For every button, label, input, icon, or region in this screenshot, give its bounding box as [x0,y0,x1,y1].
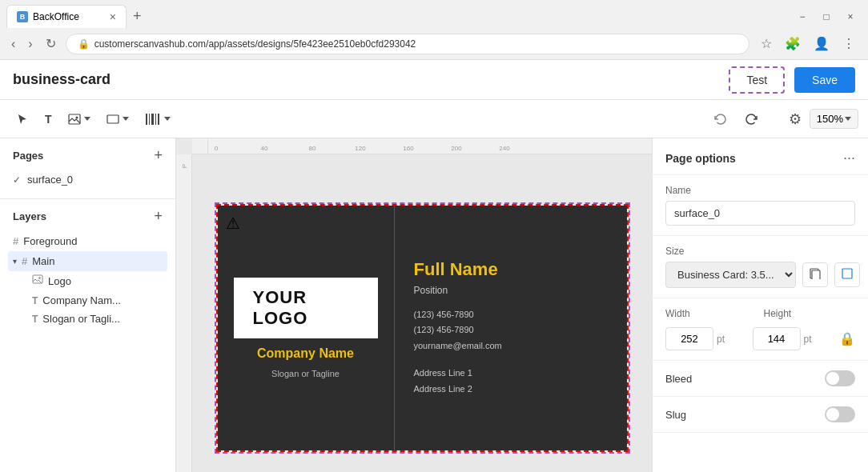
image-icon [32,274,43,288]
canvas-area: 0 40 80 120 160 200 240 P [176,138,652,472]
maximize-button[interactable]: □ [815,8,838,26]
url-text: customerscanvashub.com/app/assets/design… [94,38,737,50]
pages-label: Pages [13,150,43,162]
select-tool[interactable] [10,108,35,130]
test-button[interactable]: Test [729,66,785,94]
bleed-toggle-row: Bleed [653,361,868,397]
name-field-label: Name [665,185,855,196]
svg-rect-12 [842,269,852,278]
size-action-btn2[interactable] [834,262,860,287]
lock-icon: 🔒 [78,38,90,50]
layer-logo[interactable]: Logo [32,271,163,291]
hash-icon: # [13,235,18,247]
bleed-toggle[interactable] [825,370,855,386]
text-icon: T [32,295,38,306]
forward-button[interactable]: › [25,35,35,53]
minimize-button[interactable]: − [791,8,814,26]
svg-rect-5 [151,114,154,125]
ruler-vertical: P [176,154,192,472]
redo-button[interactable] [737,107,765,131]
more-options-button[interactable]: ··· [843,150,855,166]
rect-tool[interactable] [100,108,135,130]
bookmark-button[interactable]: ☆ [756,33,777,54]
undo-button[interactable] [707,107,734,131]
ruler-tick: 240 [499,145,509,152]
right-panel-title: Page options [665,152,736,165]
svg-rect-4 [149,114,150,125]
tab-favicon: B [17,11,28,22]
lock-ratio-button[interactable]: 🔒 [839,331,855,346]
ruler-tick: 160 [403,145,413,152]
svg-rect-6 [155,114,156,125]
address-bar: ‹ › ↻ 🔒 customerscanvashub.com/app/asset… [0,28,868,59]
main-layout: Pages + ✓ surface_0 Layers + # Foregroun… [0,138,868,472]
card-right: Full Name Position (123) 456-7890 (123) … [395,206,627,450]
check-icon: ✓ [13,174,21,186]
pages-section: Pages + ✓ surface_0 [0,138,175,198]
width-input[interactable] [665,327,713,350]
svg-rect-7 [158,114,159,125]
right-panel: Page options ··· Name Size Business Card… [652,138,868,472]
zoom-control[interactable]: 150% [810,109,858,129]
barcode-tool[interactable] [139,108,177,130]
svg-rect-3 [146,114,147,125]
save-button[interactable]: Save [794,67,855,93]
ruler-horizontal: 0 40 80 120 160 200 240 [192,138,652,154]
new-tab-button[interactable]: + [127,5,148,28]
slug-toggle-row: Slug [653,397,868,433]
list-item[interactable]: ✓ surface_0 [13,170,163,189]
profile-button[interactable]: 👤 [809,33,834,54]
add-layer-button[interactable]: + [154,209,163,223]
business-card[interactable]: ⚠ YOUR LOGO Company Name Slogan or Tagli… [216,204,629,452]
add-page-button[interactable]: + [154,148,163,162]
bleed-label: Bleed [665,373,692,385]
layer-item-name: Company Nam... [42,294,121,306]
size-select[interactable]: Business Card: 3.5... [665,262,796,288]
ruler-tick: 120 [355,145,365,152]
logo-text: YOUR LOGO [253,287,359,329]
text-tool[interactable]: T [38,108,58,130]
card-left: ⚠ YOUR LOGO Company Name Slogan or Tagli… [218,206,394,450]
canvas-content: ⚠ YOUR LOGO Company Name Slogan or Tagli… [216,204,629,452]
height-unit: pt [804,334,812,345]
close-button[interactable]: × [839,8,862,26]
layer-item-name: Logo [48,275,71,287]
browser-tab[interactable]: B BackOffice × [6,5,127,28]
logo-box: YOUR LOGO [234,278,378,338]
slogan-text: Slogan or Tagline [271,369,340,378]
menu-button[interactable]: ⋮ [838,33,860,54]
hash-icon: # [22,255,27,267]
layer-slogan[interactable]: T Slogan or Tagli... [32,310,163,328]
page-title: business-card [13,71,719,88]
size-action-btn1[interactable] [802,262,828,287]
address2: Address Line 2 [414,382,608,398]
ruler-tick: 40 [261,145,268,152]
right-panel-header: Page options ··· [653,138,868,175]
settings-button[interactable]: ⚙ [784,106,806,133]
page-name: surface_0 [27,174,73,186]
phone1: (123) 456-7890 [414,307,608,323]
address-info: Address Line 1 Address Line 2 [414,366,608,398]
dimensions-field-group: Width Height pt pt 🔒 [653,298,868,361]
back-button[interactable]: ‹ [8,35,18,53]
url-bar[interactable]: 🔒 customerscanvashub.com/app/assets/desi… [66,34,749,54]
reload-button[interactable]: ↻ [42,34,59,53]
layers-section: Layers + # Foreground ▾ # Main L [0,199,175,472]
size-field-group: Size Business Card: 3.5... [653,236,868,298]
canvas-wrapper[interactable]: ⚠ YOUR LOGO Company Name Slogan or Tagli… [192,154,652,472]
height-input[interactable] [753,327,801,350]
slug-toggle[interactable] [825,406,855,422]
name-input[interactable] [665,201,855,226]
image-tool[interactable] [62,108,97,130]
tab-close-btn[interactable]: × [110,10,116,23]
left-panel: Pages + ✓ surface_0 Layers + # Foregroun… [0,138,176,472]
size-field-label: Size [665,246,855,257]
layer-foreground[interactable]: # Foreground [13,231,163,251]
layer-company-name[interactable]: T Company Nam... [32,291,163,310]
extensions-button[interactable]: 🧩 [780,33,806,54]
layer-item-name: Slogan or Tagli... [42,313,120,325]
layer-main[interactable]: ▾ # Main [8,251,167,271]
browser-chrome: B BackOffice × + − □ × ‹ › ↻ 🔒 customers… [0,0,868,60]
full-name: Full Name [414,259,608,280]
ruler-tick: 0 [215,145,218,152]
